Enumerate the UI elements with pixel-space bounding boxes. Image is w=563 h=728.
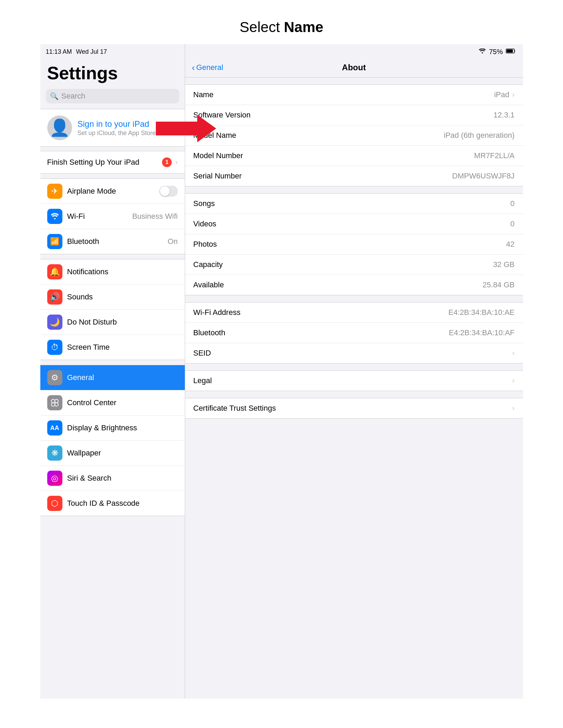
title-prefix: Select <box>240 19 284 35</box>
wifi-label: Wi-Fi <box>67 212 128 221</box>
airplane-mode-icon: ✈ <box>47 184 62 199</box>
svg-marker-4 <box>156 115 216 142</box>
videos-label: Videos <box>193 219 217 228</box>
display-icon: AA <box>47 420 62 435</box>
sidebar-item-siri[interactable]: ◎ Siri & Search <box>40 466 185 491</box>
sidebar-item-bluetooth[interactable]: 📶 Bluetooth On <box>40 229 185 254</box>
sidebar-item-wallpaper[interactable]: ❋ Wallpaper <box>40 441 185 466</box>
cert-trust-group: Certificate Trust Settings › <box>185 398 523 419</box>
about-row-seid[interactable]: SEID › <box>185 343 523 363</box>
sidebar-item-wifi[interactable]: Wi-Fi Business Wifi <box>40 204 185 229</box>
sidebar-item-sounds[interactable]: 🔊 Sounds <box>40 285 185 310</box>
wifi-status-icon <box>479 48 486 56</box>
airplane-mode-toggle[interactable] <box>159 186 178 197</box>
photos-value: 42 <box>506 240 514 249</box>
seid-label: SEID <box>193 349 211 358</box>
red-arrow-icon <box>156 113 218 144</box>
arrow-annotation <box>156 113 218 145</box>
songs-label: Songs <box>193 199 215 208</box>
system-group: 🔔 Notifications 🔊 Sounds 🌙 Do Not Distur… <box>40 259 185 360</box>
svg-point-3 <box>55 403 58 406</box>
sounds-icon: 🔊 <box>47 289 62 305</box>
finish-setup-label: Finish Setting Up Your iPad <box>47 158 140 167</box>
bluetooth-label: Bluetooth <box>67 237 163 246</box>
wifi-value: Business Wifi <box>132 212 178 221</box>
sidebar-item-dnd[interactable]: 🌙 Do Not Disturb <box>40 310 185 335</box>
screentime-label: Screen Time <box>67 343 178 352</box>
wifi-address-label: Wi-Fi Address <box>193 308 241 317</box>
notifications-label: Notifications <box>67 267 178 276</box>
connectivity-group: ✈ Airplane Mode Wi-Fi Business Wifi 📶 Bl… <box>40 178 185 254</box>
finish-badge: 1 <box>162 157 172 167</box>
sounds-label: Sounds <box>67 293 178 301</box>
sidebar-item-general[interactable]: ⚙ General <box>40 365 185 390</box>
sidebar-item-display[interactable]: AA Display & Brightness <box>40 416 185 441</box>
finish-setup-row[interactable]: Finish Setting Up Your iPad 1 › <box>40 151 185 173</box>
about-row-songs: Songs 0 <box>185 194 523 214</box>
status-bar-left: 11:13 AM Wed Jul 17 <box>40 44 185 59</box>
search-icon: 🔍 <box>50 92 59 100</box>
touchid-label: Touch ID & Passcode <box>67 499 178 508</box>
svg-point-0 <box>51 399 55 403</box>
battery-icon <box>506 48 516 55</box>
available-value: 25.84 GB <box>483 280 515 289</box>
finish-chevron-icon: › <box>175 158 178 167</box>
songs-value: 0 <box>510 199 514 208</box>
videos-value: 0 <box>510 219 514 228</box>
name-chevron-icon: › <box>512 90 514 99</box>
page-title-area: Select Name <box>0 0 563 44</box>
about-content: Name iPad › Software Version 12.3.1 Mode… <box>185 78 523 432</box>
legal-chevron-icon: › <box>512 376 514 385</box>
media-storage-group: Songs 0 Videos 0 Photos 42 Capacity 32 G… <box>185 193 523 295</box>
settings-heading: Settings <box>40 59 185 89</box>
about-row-software-version: Software Version 12.3.1 <box>185 105 523 125</box>
sidebar-item-notifications[interactable]: 🔔 Notifications <box>40 259 185 285</box>
title-bold: Name <box>284 19 323 35</box>
battery-percentage: 75% <box>489 48 503 56</box>
search-placeholder: Search <box>61 92 86 101</box>
dnd-icon: 🌙 <box>47 315 62 330</box>
model-name-value: iPad (6th generation) <box>444 131 514 140</box>
about-row-model-number: Model Number MR7F2LL/A <box>185 146 523 166</box>
about-row-serial-number: Serial Number DMPW6USWJF8J <box>185 166 523 186</box>
search-bar[interactable]: 🔍 Search <box>46 89 179 103</box>
sidebar-item-screentime[interactable]: ⏱ Screen Time <box>40 335 185 360</box>
back-button[interactable]: ‹ General <box>192 62 223 73</box>
model-number-value: MR7F2LL/A <box>474 151 514 160</box>
about-row-name[interactable]: Name iPad › <box>185 85 523 105</box>
sidebar-item-controlcenter[interactable]: Control Center <box>40 390 185 416</box>
legal-group: Legal › <box>185 370 523 391</box>
controlcenter-icon <box>47 395 62 410</box>
bluetooth-address-label: Bluetooth <box>193 328 225 337</box>
legal-label: Legal <box>193 376 212 385</box>
device-info-group: Name iPad › Software Version 12.3.1 Mode… <box>185 84 523 186</box>
model-number-label: Model Number <box>193 151 243 160</box>
sidebar-item-airplane[interactable]: ✈ Airplane Mode <box>40 179 185 204</box>
siri-label: Siri & Search <box>67 474 178 483</box>
general-icon: ⚙ <box>47 370 62 385</box>
toggle-knob <box>160 186 170 196</box>
time-display: 11:13 AM <box>46 48 72 55</box>
finish-setup-section: Finish Setting Up Your iPad 1 › <box>40 151 185 174</box>
svg-rect-6 <box>506 49 513 52</box>
photos-label: Photos <box>193 240 217 249</box>
name-value: iPad <box>494 90 509 99</box>
page-title: Select Name <box>240 19 323 35</box>
about-row-legal[interactable]: Legal › <box>185 371 523 391</box>
cert-trust-chevron-icon: › <box>512 404 514 413</box>
about-row-available: Available 25.84 GB <box>185 275 523 295</box>
wallpaper-icon: ❋ <box>47 445 62 461</box>
svg-point-1 <box>55 399 58 403</box>
bluetooth-address-value: E4:2B:34:BA:10:AF <box>449 328 515 337</box>
serial-number-label: Serial Number <box>193 172 242 181</box>
name-value-chevron: iPad › <box>494 90 514 99</box>
wifi-address-value: E4:2B:34:BA:10:AE <box>448 308 514 317</box>
avatar-icon: 👤 <box>49 120 70 136</box>
about-title: About <box>342 63 366 72</box>
about-row-cert-trust[interactable]: Certificate Trust Settings › <box>185 398 523 418</box>
capacity-label: Capacity <box>193 260 223 269</box>
status-bar-right: 75% <box>185 44 523 59</box>
seid-chevron-icon: › <box>512 349 514 358</box>
sidebar-item-touchid[interactable]: ⬡ Touch ID & Passcode <box>40 491 185 516</box>
svg-point-2 <box>51 403 55 406</box>
